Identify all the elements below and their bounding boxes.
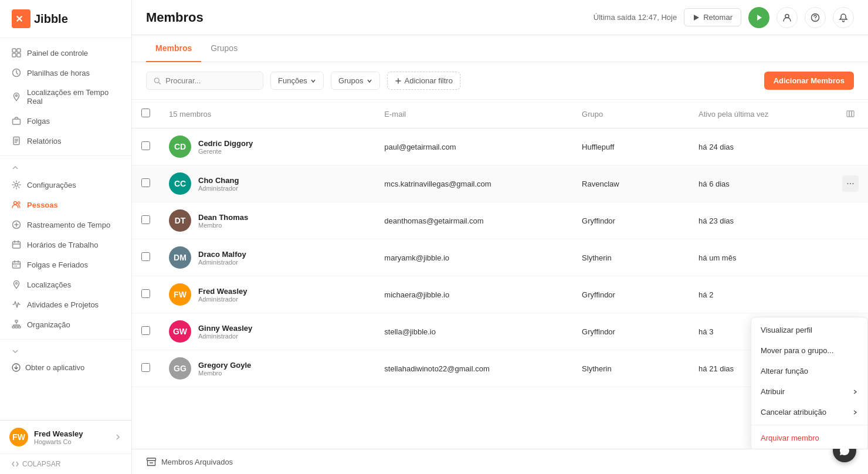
row-checkbox[interactable] bbox=[141, 178, 150, 187]
svg-point-10 bbox=[15, 184, 18, 187]
search-box[interactable] bbox=[146, 72, 263, 90]
grupos-filter[interactable]: Grupos bbox=[331, 72, 380, 90]
context-view-profile-label: Visualizar perfil bbox=[761, 326, 812, 334]
context-divider bbox=[751, 425, 867, 425]
context-move-group[interactable]: Mover para o grupo... bbox=[751, 340, 867, 361]
sidebar-item-settings[interactable]: Configurações bbox=[0, 175, 131, 195]
member-details: Cho Chang Administrador bbox=[198, 176, 239, 192]
svg-point-16 bbox=[15, 266, 16, 267]
member-action-cell bbox=[833, 202, 868, 239]
sidebar-item-locations[interactable]: Localizações bbox=[0, 275, 131, 294]
row-checkbox[interactable] bbox=[141, 326, 150, 335]
context-assign[interactable]: Atribuir Horário de trabalho Calendário … bbox=[751, 381, 867, 402]
tab-groups[interactable]: Grupos bbox=[201, 35, 247, 62]
row-checkbox[interactable] bbox=[141, 363, 150, 372]
select-all-checkbox[interactable] bbox=[141, 109, 150, 117]
svg-rect-4 bbox=[12, 53, 16, 57]
context-cancel-assign-label: Cancelar atribuição bbox=[761, 408, 826, 417]
member-details: Gregory Goyle Membro bbox=[198, 361, 251, 377]
member-details: Cedric Diggory Gerente bbox=[198, 139, 253, 155]
svg-point-7 bbox=[16, 95, 18, 97]
sidebar-item-work-hours[interactable]: Horários de Trabalho bbox=[0, 235, 131, 255]
sidebar-item-people[interactable]: Pessoas bbox=[0, 195, 131, 215]
member-email-cell: mcs.katrinavillegas@gmail.com bbox=[375, 165, 572, 202]
member-avatar: CC bbox=[169, 172, 191, 195]
table-settings-icon[interactable] bbox=[842, 106, 859, 122]
member-action-cell bbox=[833, 128, 868, 165]
archived-label: Membros Arquivados bbox=[161, 458, 233, 466]
sidebar-item-organization[interactable]: Organização bbox=[0, 314, 131, 334]
member-last-active-cell: há 2 bbox=[689, 276, 833, 313]
user-avatar: FW bbox=[9, 428, 28, 446]
member-name-cell: GG Gregory Goyle Membro bbox=[160, 350, 375, 387]
sidebar-item-leave-holidays-label: Folgas e Feriados bbox=[27, 260, 88, 269]
row-checkbox-cell bbox=[132, 239, 160, 276]
context-archive[interactable]: Arquivar membro bbox=[751, 428, 867, 448]
member-email-cell: stella@jibble.io bbox=[375, 313, 572, 350]
notifications-button[interactable] bbox=[833, 7, 854, 28]
svg-rect-15 bbox=[13, 262, 21, 268]
profile-button[interactable] bbox=[777, 7, 798, 28]
context-change-role[interactable]: Alterar função bbox=[751, 361, 867, 381]
member-name-cell: DM Draco Malfoy Administrador bbox=[160, 239, 375, 276]
funcoes-filter[interactable]: Funções bbox=[270, 72, 324, 90]
member-name-cell: DT Dean Thomas Membro bbox=[160, 202, 375, 239]
sidebar-item-reports[interactable]: Relatórios bbox=[0, 131, 131, 151]
row-checkbox-cell bbox=[132, 128, 160, 165]
activities-icon bbox=[12, 300, 21, 309]
member-group-cell: Slytherin bbox=[572, 239, 689, 276]
user-profile[interactable]: FW Fred Weasley Hogwarts Co bbox=[9, 428, 122, 446]
member-name: Ginny Weasley bbox=[198, 324, 252, 333]
context-view-profile[interactable]: Visualizar perfil bbox=[751, 320, 867, 340]
row-checkbox[interactable] bbox=[141, 215, 150, 224]
member-action-cell bbox=[833, 276, 868, 313]
table-row: CD Cedric Diggory Gerente paul@getairmai… bbox=[132, 128, 868, 165]
row-more-button[interactable]: ··· bbox=[842, 175, 859, 192]
section-chevron bbox=[0, 344, 131, 358]
svg-rect-33 bbox=[147, 458, 156, 461]
context-change-role-label: Alterar função bbox=[761, 367, 808, 375]
add-members-button[interactable]: Adicionar Membros bbox=[764, 72, 854, 90]
context-cancel-assign[interactable]: Cancelar atribuição bbox=[751, 402, 867, 422]
member-email-cell: paul@getairmail.com bbox=[375, 128, 572, 165]
work-hours-icon bbox=[12, 240, 21, 249]
jibble-logo-icon: ✕ bbox=[12, 9, 30, 28]
sidebar-item-activities[interactable]: Atividades e Projetos bbox=[0, 294, 131, 314]
tab-members[interactable]: Membros bbox=[146, 35, 201, 62]
search-input[interactable] bbox=[165, 76, 256, 85]
sidebar-item-leaves[interactable]: Folgas bbox=[0, 111, 131, 131]
sidebar-item-realtime[interactable]: Localizações em Tempo Real bbox=[0, 83, 131, 111]
row-checkbox[interactable] bbox=[141, 252, 150, 261]
sidebar-item-locations-label: Localizações bbox=[27, 280, 71, 289]
chevron-up-icon bbox=[12, 164, 19, 171]
member-group-cell: Slytherin bbox=[572, 350, 689, 387]
logo[interactable]: ✕ Jibble bbox=[0, 0, 131, 38]
row-checkbox[interactable] bbox=[141, 289, 150, 298]
sidebar-item-dashboard[interactable]: Painel de controle bbox=[0, 43, 131, 63]
svg-rect-21 bbox=[15, 326, 18, 328]
table-footer[interactable]: Membros Arquivados bbox=[132, 449, 868, 474]
sidebar-item-leave-holidays[interactable]: Folgas e Feriados bbox=[0, 255, 131, 275]
help-button[interactable] bbox=[805, 7, 826, 28]
retomar-button[interactable]: Retomar bbox=[684, 8, 741, 26]
sidebar-item-tracking[interactable]: Rastreamento de Tempo bbox=[0, 215, 131, 235]
svg-point-18 bbox=[16, 283, 18, 285]
row-checkbox[interactable] bbox=[141, 141, 150, 150]
sidebar-item-timesheets[interactable]: Planilhas de horas bbox=[0, 63, 131, 83]
member-name: Gregory Goyle bbox=[198, 361, 251, 370]
collapse-label: COLAPSAR bbox=[22, 460, 60, 468]
svg-rect-2 bbox=[12, 49, 16, 52]
sidebar-item-work-hours-label: Horários de Trabalho bbox=[27, 241, 98, 249]
filter-bar: Funções Grupos Adicionar filtro Adiciona… bbox=[132, 62, 868, 100]
get-app-item[interactable]: Obter o aplicativo bbox=[0, 358, 131, 377]
collapse-btn[interactable]: COLAPSAR bbox=[0, 453, 131, 474]
member-details: Fred Weasley Administrador bbox=[198, 287, 247, 303]
add-filter-button[interactable]: Adicionar filtro bbox=[387, 72, 460, 90]
table-row: CC Cho Chang Administrador mcs.katrinavi… bbox=[132, 165, 868, 202]
columns-icon bbox=[846, 109, 855, 118]
sidebar-item-realtime-label: Localizações em Tempo Real bbox=[27, 88, 120, 106]
svg-rect-5 bbox=[17, 53, 21, 57]
play-button[interactable] bbox=[748, 7, 769, 28]
count-header: 15 membros bbox=[160, 100, 375, 128]
member-role: Gerente bbox=[198, 148, 253, 155]
